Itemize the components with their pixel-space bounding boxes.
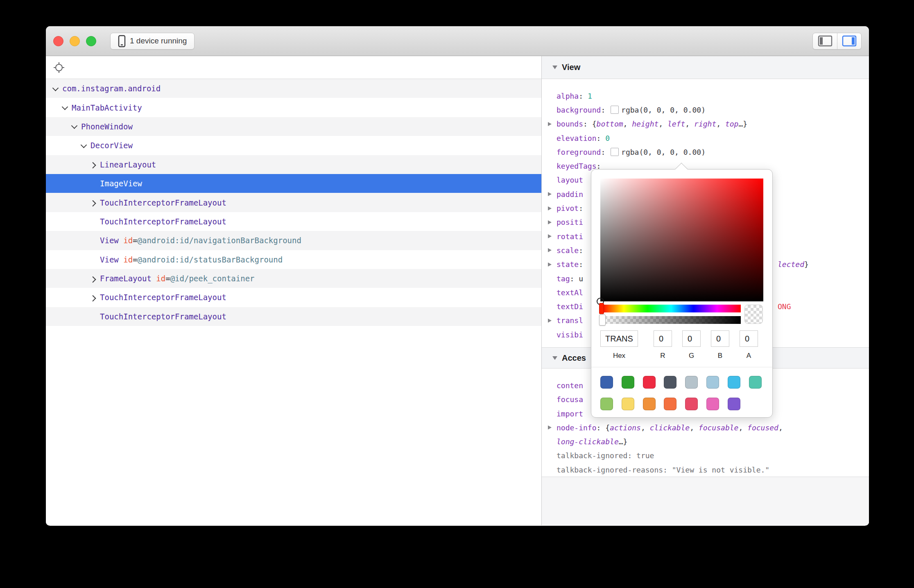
property-row[interactable]: elevation: 0 (542, 131, 869, 145)
property-row[interactable]: alpha: 1 (542, 89, 869, 103)
text-segment: focusa (557, 395, 583, 404)
disclosure-triangle-icon[interactable] (542, 206, 557, 210)
alpha-input[interactable] (740, 330, 758, 347)
tree-node[interactable]: FrameLayout id=@id/peek_container (46, 269, 541, 288)
hue-slider-handle[interactable] (599, 303, 604, 314)
blue-input[interactable] (711, 330, 729, 347)
disclosure-triangle-icon[interactable] (542, 262, 557, 267)
chevron-down-icon[interactable] (81, 143, 90, 148)
red-input[interactable] (654, 330, 672, 347)
disclosure-triangle-icon[interactable] (542, 248, 557, 252)
section-collapse-icon[interactable] (552, 356, 557, 360)
toggle-right-sidebar-button[interactable] (837, 33, 861, 49)
palette-swatch[interactable] (685, 398, 698, 410)
tree-node[interactable]: DecorView (46, 136, 541, 155)
zoom-button[interactable] (86, 36, 96, 46)
palette-swatch[interactable] (600, 376, 613, 389)
text-segment: , (658, 120, 667, 128)
disclosure-triangle-icon[interactable] (542, 122, 557, 126)
tree-node[interactable]: TouchInterceptorFrameLayout (46, 212, 541, 231)
property-row-continuation[interactable]: long-clickable…} (542, 435, 869, 449)
device-running-button[interactable]: 1 device running (110, 33, 195, 50)
text-segment: height (632, 120, 658, 128)
text-segment: paddin (557, 190, 583, 199)
property-row[interactable]: talkback-ignored-reasons: "View is not v… (542, 463, 869, 477)
palette-swatch[interactable] (622, 376, 634, 389)
palette-swatch[interactable] (728, 398, 740, 410)
tree-node[interactable]: View id=@android:id/statusBarBackground (46, 250, 541, 269)
hex-input[interactable] (600, 330, 638, 347)
disclosure-triangle-icon[interactable] (542, 220, 557, 224)
tree-node[interactable]: LinearLayout (46, 155, 541, 174)
alpha-slider-handle[interactable] (599, 314, 606, 326)
text-segment: , (641, 423, 650, 432)
disclosure-triangle-icon[interactable] (542, 234, 557, 238)
color-checkbox-swatch[interactable] (611, 106, 619, 114)
palette-swatch[interactable] (664, 376, 676, 389)
tree-node[interactable]: PhoneWindow (46, 117, 541, 136)
text-segment: ImageView (100, 179, 142, 188)
tree-node[interactable]: TouchInterceptorFrameLayout (46, 193, 541, 212)
text-segment: : (627, 451, 636, 460)
palette-swatch[interactable] (706, 376, 719, 389)
hierarchy-panel: com.instagram.androidMainTabActivityPhon… (46, 56, 542, 525)
disclosure-triangle-icon[interactable] (542, 425, 557, 430)
property-row[interactable]: bounds: {bottom, height, left, right, to… (542, 117, 869, 131)
palette-swatch[interactable] (600, 398, 613, 410)
palette-swatch[interactable] (622, 398, 634, 410)
view-section-header[interactable]: View (542, 56, 869, 79)
green-input[interactable] (682, 330, 701, 347)
g-label: G (682, 352, 701, 360)
text-segment: conten (557, 381, 583, 390)
property-row[interactable]: node-info: {actions, clickable, focusabl… (542, 421, 869, 434)
chevron-down-icon[interactable] (72, 124, 81, 129)
text-segment: 0 (605, 134, 610, 142)
tree-node[interactable]: MainTabActivity (46, 98, 541, 117)
text-segment: id (156, 274, 165, 283)
minimize-button[interactable] (70, 36, 80, 46)
chevron-right-icon[interactable] (91, 162, 100, 167)
text-segment: @id/peek_container (170, 274, 255, 283)
text-segment: id (123, 255, 133, 264)
text-segment: , (690, 423, 699, 432)
text-segment: } (804, 260, 809, 269)
palette-swatch[interactable] (706, 398, 719, 410)
crosshair-icon[interactable] (52, 61, 66, 74)
hue-slider[interactable] (602, 305, 741, 312)
chevron-right-icon[interactable] (91, 295, 100, 300)
palette-swatch[interactable] (664, 398, 676, 410)
chevron-right-icon[interactable] (91, 276, 100, 281)
color-field-labels: Hex R G B A (591, 352, 772, 362)
alpha-slider[interactable] (602, 316, 741, 324)
disclosure-triangle-icon[interactable] (542, 192, 557, 196)
chevron-down-icon[interactable] (63, 105, 72, 110)
tree-node[interactable]: ImageView (46, 174, 541, 193)
palette-swatch[interactable] (728, 376, 740, 389)
chevron-down-icon[interactable] (53, 86, 62, 91)
tree-node[interactable]: View id=@android:id/navigationBarBackgro… (46, 231, 541, 250)
palette-swatch[interactable] (643, 398, 656, 410)
tree-node[interactable]: TouchInterceptorFrameLayout (46, 307, 541, 326)
tree-node[interactable]: com.instagram.android (46, 79, 541, 98)
property-row[interactable]: background: rgba(0, 0, 0, 0.00) (542, 103, 869, 117)
sidebar-right-icon (842, 35, 857, 47)
text-segment: rotati (557, 232, 583, 241)
text-segment: TouchInterceptorFrameLayout (100, 198, 226, 207)
palette-swatch[interactable] (749, 376, 762, 389)
palette-swatch[interactable] (643, 376, 656, 389)
property-row[interactable]: talkback-ignored: true (542, 449, 869, 463)
disclosure-triangle-icon[interactable] (542, 319, 557, 323)
color-checkbox-swatch[interactable] (611, 148, 619, 156)
section-collapse-icon[interactable] (552, 66, 557, 69)
tree-node[interactable]: TouchInterceptorFrameLayout (46, 288, 541, 307)
text-segment: MainTabActivity (72, 103, 142, 112)
close-button[interactable] (53, 36, 63, 46)
toggle-left-sidebar-button[interactable] (813, 33, 837, 49)
property-row[interactable]: foreground: rgba(0, 0, 0, 0.00) (542, 145, 869, 159)
color-value-fields (591, 330, 772, 347)
text-segment: alpha (557, 92, 579, 100)
palette-swatch[interactable] (685, 376, 698, 389)
phone-icon (118, 35, 126, 47)
saturation-value-area[interactable] (600, 179, 763, 301)
chevron-right-icon[interactable] (91, 200, 100, 205)
